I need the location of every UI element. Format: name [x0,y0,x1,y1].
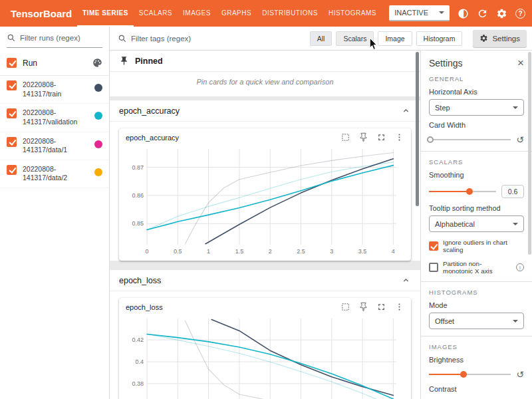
ignore-outliers-label: Ignore outliers in chart scaling [443,239,524,253]
section-header-epoch-accuracy[interactable]: epoch_accuracy [110,100,420,122]
run-row[interactable]: 20220808-141317/data/1 [0,132,109,160]
info-icon[interactable]: i [516,263,524,271]
vertical-scrollbar[interactable] [416,52,419,206]
section-title: epoch_accuracy [119,106,180,116]
histograms-section-label: HISTOGRAMS [429,289,524,296]
run-row[interactable]: 20220808-141317/data/2 [0,160,109,188]
chip-scalars[interactable]: Scalars [336,31,374,46]
epoch-accuracy-chart[interactable]: 00.511.522.533.540.850.860.87 [126,144,404,258]
run-color-dot [94,140,102,148]
horizontal-axis-select[interactable]: Step [429,99,524,116]
chip-histogram[interactable]: Histogram [416,31,463,46]
svg-text:3: 3 [330,248,333,255]
refresh-icon[interactable] [477,8,488,19]
run-name: 20220808-141317/train [23,80,88,98]
epoch-loss-chart[interactable]: 00.511.522.533.540.360.380.40.42 [126,313,404,399]
svg-text:0.38: 0.38 [132,380,144,387]
dark-mode-toggle-icon[interactable] [458,8,469,19]
run-color-dot [94,112,102,120]
run-checkbox[interactable] [7,108,17,118]
card-title: epoch_loss [126,303,163,311]
more-options-icon[interactable] [394,302,404,312]
run-name: 20220808-141317/data/1 [23,137,88,155]
svg-text:0: 0 [145,248,148,255]
run-checkbox[interactable] [7,137,17,147]
histogram-mode-select[interactable]: Offset [429,313,524,329]
card-width-slider[interactable] [429,136,511,144]
fit-domain-icon[interactable] [340,132,350,142]
filter-tags-input[interactable]: Filter tags (regex) [131,35,191,43]
settings-panel-title: Settings [429,58,463,68]
card-title: epoch_accuracy [126,134,179,142]
divider [421,281,532,282]
run-color-dot [94,84,102,92]
nav-tab-graphs[interactable]: GRAPHS [216,0,257,27]
nav-tab-scalars[interactable]: SCALARS [134,0,178,27]
reset-to-default-icon[interactable]: ↺ [516,370,524,379]
smoothing-value-input[interactable]: 0.6 [501,185,524,198]
tooltip-sorting-label: Tooltip sorting method [429,204,524,212]
contrast-label: Contrast [429,385,524,393]
smoothing-slider[interactable] [429,188,496,196]
run-checkbox[interactable] [7,165,17,175]
app-header: TensorBoard TIME SERIES SCALARS IMAGES G… [0,0,532,27]
run-name: 20220808-141317/validation [23,108,88,126]
horizontal-axis-label: Horizontal Axis [429,88,524,96]
tag-filter-chips: All Scalars Image Histogram [310,31,463,46]
svg-text:2: 2 [269,248,272,255]
run-checkbox[interactable] [7,80,17,90]
scalars-section-label: SCALARS [429,158,524,166]
fullscreen-icon[interactable] [376,302,386,312]
brightness-label: Brightness [429,356,524,364]
help-icon[interactable]: ? [515,9,525,19]
histogram-mode-label: Mode [429,301,524,309]
reload-status-select[interactable]: INACTIVE [389,5,450,21]
nav-tab-distributions[interactable]: DISTRIBUTIONS [257,0,323,27]
run-row[interactable]: 20220808-141317/train [0,76,109,104]
tooltip-sorting-select[interactable]: Alphabetical [429,215,524,232]
settings-button[interactable]: Settings [473,30,527,47]
nav-tab-images[interactable]: IMAGES [178,0,216,27]
run-row[interactable]: 20220808-141317/validation [0,104,109,132]
svg-text:0.4: 0.4 [135,358,144,365]
pin-icon[interactable] [358,302,368,312]
brightness-slider[interactable] [429,370,511,378]
settings-scrollbar[interactable] [528,52,531,255]
chip-image[interactable]: Image [378,31,412,46]
nav-tab-time-series[interactable]: TIME SERIES [77,0,134,27]
pin-icon[interactable] [358,132,368,142]
tags-toolbar: Filter tags (regex) All Scalars Image Hi… [110,27,532,51]
more-options-icon[interactable] [394,132,404,142]
svg-text:0.42: 0.42 [132,336,144,343]
reload-status-value: INACTIVE [394,9,428,17]
tensorboard-app: TensorBoard TIME SERIES SCALARS IMAGES G… [0,0,532,399]
partition-x-axis-checkbox[interactable] [429,263,438,272]
chevron-up-icon[interactable] [401,106,411,116]
filter-runs-input[interactable]: Filter runs (regex) [7,33,102,48]
svg-text:0.5: 0.5 [174,248,182,255]
main-nav: TIME SERIES SCALARS IMAGES GRAPHS DISTRI… [77,0,382,27]
chevron-up-icon[interactable] [401,275,411,285]
header-actions: INACTIVE ? [389,5,525,21]
settings-panel: Settings × GENERAL Horizontal Axis Step … [420,51,532,399]
runs-column-header: Run [23,59,37,68]
svg-text:0.86: 0.86 [132,192,144,199]
section-header-epoch-loss[interactable]: epoch_loss [110,270,420,291]
gear-icon[interactable] [496,8,507,19]
fullscreen-icon[interactable] [376,132,386,142]
chevron-down-icon [513,106,518,109]
pin-icon [119,56,129,66]
nav-tab-histograms[interactable]: HISTOGRAMS [323,0,382,27]
chip-all[interactable]: All [310,31,332,46]
close-icon[interactable]: × [517,57,524,68]
palette-icon[interactable] [92,58,102,68]
mouse-cursor [369,38,378,51]
reset-to-default-icon[interactable]: ↺ [516,135,524,144]
images-section-label: IMAGES [429,343,524,350]
svg-text:1.5: 1.5 [235,248,244,255]
ignore-outliers-checkbox[interactable] [429,241,438,251]
section-epoch-loss: epoch_loss epoch_loss [110,270,420,399]
fit-domain-icon[interactable] [340,302,350,312]
select-all-runs-checkbox[interactable] [7,58,17,68]
runs-list-header: Run [0,51,109,76]
